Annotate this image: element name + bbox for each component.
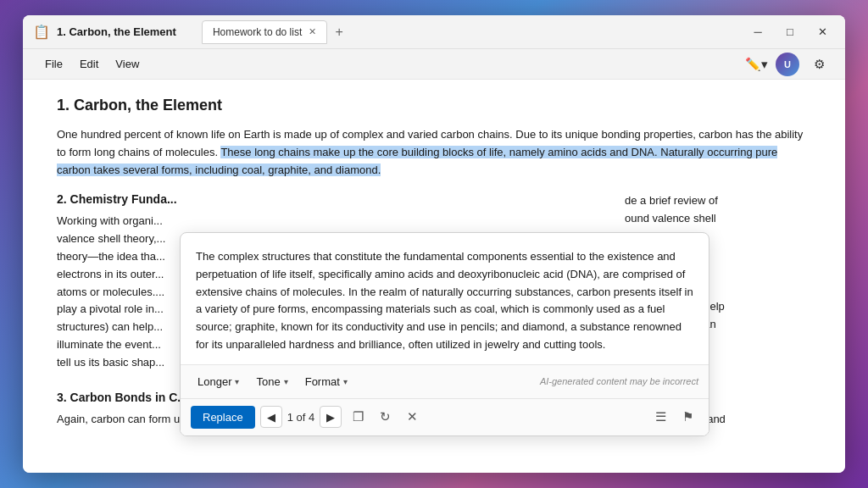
ai-disclaimer: AI-generated content may be incorrect [540,376,698,386]
replace-button[interactable]: Replace [191,406,255,429]
tone-dropdown[interactable]: Tone ▾ [249,372,294,391]
menu-file[interactable]: File [36,54,71,74]
feedback-flag-icon[interactable]: ⚑ [676,406,698,428]
section-2-title: 2. Chemistry Funda... [57,192,625,206]
main-window: 📋 1. Carbon, the Element Homework to do … [23,15,845,473]
avatar[interactable]: U [776,53,799,76]
menu-right-area: ✏️▾ U ⚙ [743,52,832,77]
format-dropdown[interactable]: Format ▾ [298,372,354,391]
feedback-list-icon[interactable]: ☰ [649,406,671,428]
title-bar: 📋 1. Carbon, the Element Homework to do … [23,15,845,49]
refresh-icon[interactable]: ↻ [374,406,396,428]
minimize-button[interactable]: ─ [745,19,771,45]
popup-nav-bar: Replace ◀ 1 of 4 ▶ ❐ ↻ ✕ ☰ ⚑ [181,398,709,435]
tab-add-button[interactable]: + [329,22,349,42]
tone-chevron-icon: ▾ [284,377,288,386]
format-label: Format [305,375,340,388]
nav-next-button[interactable]: ▶ [320,406,342,428]
window-controls: ─ □ ✕ [745,19,835,45]
longer-dropdown[interactable]: Longer ▾ [191,372,246,391]
close-popup-icon[interactable]: ✕ [401,406,423,428]
nav-count-label: 1 of 4 [287,411,315,424]
settings-icon[interactable]: ⚙ [806,52,832,77]
menu-edit[interactable]: Edit [71,54,107,74]
longer-label: Longer [198,375,231,388]
copy-icon[interactable]: ❐ [347,406,369,428]
tab-close-icon[interactable]: ✕ [309,26,316,37]
window-title: 1. Carbon, the Element [57,25,176,38]
app-icon: 📋 [33,24,50,41]
menu-view[interactable]: View [107,54,147,74]
tone-label: Tone [256,375,280,388]
popup-text-content: The complex structures that constitute t… [181,233,709,364]
doc-para-1: One hundred percent of known life on Ear… [57,126,811,179]
document-area: 1. Carbon, the Element One hundred perce… [23,80,845,473]
close-button[interactable]: ✕ [810,19,835,45]
ai-rewrite-popup: The complex structures that constitute t… [180,232,709,436]
popup-text: The complex structures that constitute t… [196,250,693,351]
format-chevron-icon: ▾ [343,377,348,386]
menu-bar: File Edit View ✏️▾ U ⚙ [23,49,845,80]
nav-prev-button[interactable]: ◀ [260,406,282,428]
tab-label: Homework to do list [213,26,302,38]
popup-toolbar: Longer ▾ Tone ▾ Format ▾ AI-generated co… [181,364,709,398]
maximize-button[interactable]: □ [777,19,803,45]
popup-right-icons: ☰ ⚑ [649,406,698,428]
editor-mode-icon[interactable]: ✏️▾ [743,52,769,77]
longer-chevron-icon: ▾ [235,377,239,386]
tab-homework[interactable]: Homework to do list ✕ [202,20,327,44]
doc-title: 1. Carbon, the Element [57,97,811,114]
tab-area: Homework to do list ✕ + [202,20,745,44]
